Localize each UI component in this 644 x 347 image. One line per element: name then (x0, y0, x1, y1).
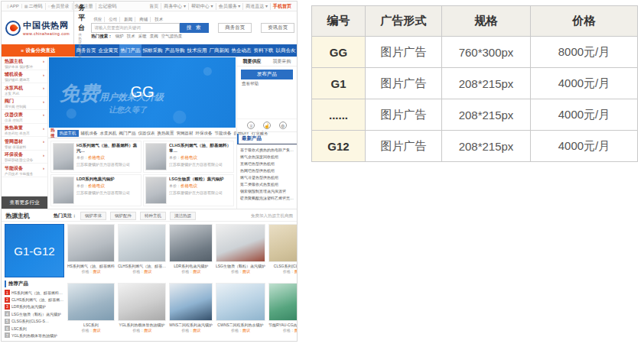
sidebar-category-environmental[interactable]: 环保设备› 脱硫脱硝 除尘设备 (2, 151, 47, 164)
site-logo[interactable]: 中国供热网 www.chinaheating.com (5, 20, 70, 36)
company-name[interactable]: 江苏双菱锅炉压力容器有限公司 (76, 162, 139, 167)
topbar-link-mobile[interactable]: 手机首页 (271, 3, 294, 10)
product-card[interactable]: WNS二回程系列蒸汽锅炉 价格：面议 (169, 283, 213, 339)
sidebar-category-energy-saving[interactable]: 节能设备› 产品技术 节能服务 (2, 164, 47, 177)
topbar-link-qr[interactable]: ▦二维码 (22, 3, 46, 10)
product-name[interactable]: YGL系列热载体导热油锅炉 (118, 323, 166, 327)
sidebar-category-auxiliary[interactable]: 辅机设备› 锅炉辅机 燃烧器 (2, 70, 47, 84)
product-card[interactable]: CWNS二回程系列热水锅炉 价格：面议 (216, 283, 265, 339)
product-name[interactable]: LDR系列电蒸汽锅炉 (76, 177, 139, 182)
sidebar-category-pipes[interactable]: 管网器材› 管材 保温材料 (2, 137, 47, 151)
nav-item-company-trends[interactable]: 热企动态 (230, 44, 252, 57)
product-tab-pipes[interactable]: 管网器材 (177, 131, 194, 136)
product-card[interactable]: CLHS系列燃气（油、醇基燃料）常… 单价：价格电议 江苏双菱锅炉压力容器有限公… (143, 141, 234, 173)
recommended-item[interactable]: 4LSG生物质（颗粒）蒸汽锅炉 (5, 310, 64, 317)
product-tab-heat-source[interactable]: 热源主机 (57, 130, 79, 137)
product-name[interactable]: CLSG系列(CLSG-S… (268, 264, 298, 268)
search-tab-shop[interactable]: 商铺 (137, 17, 151, 22)
product-card[interactable]: LSG生物质（颗粒）蒸汽锅炉 单价：价格电议 江苏双菱锅炉压力容器有限公司 (143, 174, 234, 206)
recommended-item[interactable]: 6LSC系列 (5, 325, 64, 332)
product-name[interactable]: LSC系列 (67, 323, 115, 327)
company-name[interactable]: 江苏双菱锅炉压力容器有限公司 (169, 190, 232, 195)
sidebar-category-heat-source[interactable]: 热源主机› 锅炉本体 锅炉配件 (2, 57, 47, 70)
product-name[interactable]: LSG生物质（颗粒）蒸汽锅炉 (169, 177, 232, 182)
hot-keyword[interactable]: 采暖 (138, 34, 147, 39)
product-card[interactable]: LDR系列电蒸汽锅炉 价格：面议 (169, 224, 213, 280)
product-name[interactable]: CWNS二回程系列热水锅炉 (216, 323, 265, 327)
product-name[interactable]: 节能RYAU-CG高效燃烧锅炉 (268, 323, 298, 327)
focus-button-boiler-body[interactable]: 锅炉本体 (80, 212, 106, 220)
topbar-link-login[interactable]: ○会员登录 (46, 3, 73, 10)
topbar-link-biz-express[interactable]: 商道直达 ▾ (243, 3, 271, 10)
recommended-item[interactable]: 5CLSG系列(CLSG-S… (5, 318, 64, 325)
hot-keyword[interactable]: 锅炉 (115, 34, 124, 39)
tab-i-want-to-supply[interactable]: 我要供应 (237, 57, 267, 66)
recommended-item[interactable]: 3LDR系列电蒸汽锅炉 (5, 303, 64, 310)
nav-item-tenders[interactable]: 招标采购 (141, 44, 164, 57)
latest-product-link[interactable]: 热网增热型供热机组 (237, 167, 297, 174)
product-tab-pumps[interactable]: 水泵风机 (100, 131, 117, 136)
latest-product-link[interactable]: 燃气余热深度回收机组 (237, 153, 297, 160)
product-tab-auxiliary[interactable]: 辅机设备 (81, 131, 98, 136)
search-tab-company[interactable]: 公司 (106, 17, 120, 22)
join-circle-link[interactable]: 免费加入热源主机商圈 (251, 213, 293, 219)
product-card[interactable]: CLHS系列燃气（油、醇基… 价格：面议 (118, 224, 166, 280)
thumb-up-icon[interactable]: ☝ (263, 122, 271, 129)
product-card[interactable]: HS系列燃气（油、醇基燃料）蒸汽… 单价：价格电议 江苏双菱锅炉压力容器有限公司 (50, 141, 141, 173)
medal-icon[interactable]: ♕ (247, 122, 255, 129)
product-tab-instruments[interactable]: 仪器仪表 (138, 131, 155, 136)
latest-product-link[interactable]: 第二类吸收式热泵机组 (237, 180, 297, 187)
product-card[interactable]: YGL系列热载体导热油锅炉 价格：面议 (118, 283, 166, 339)
more-industries-button[interactable]: 查看更多行业 (2, 196, 47, 209)
product-name[interactable]: HS系列燃气（油、醇基燃料）蒸汽… (76, 143, 139, 154)
sidebar-category-heat-exchange[interactable]: 换热装置› 换热机组 换热器 (2, 124, 47, 138)
focus-button-special-units[interactable]: 特种主机 (140, 212, 166, 220)
hot-keyword[interactable]: 泵阀 (150, 34, 158, 39)
nav-item-downloads[interactable]: 资料下载 (252, 44, 275, 57)
nav-item-business-home[interactable]: 商务首页 (75, 44, 97, 57)
search-tab-news[interactable]: 新闻 (122, 17, 135, 22)
topbar-link-app[interactable]: ▯APP (5, 4, 22, 8)
topbar-link-forgot-password[interactable]: 忘记密码 (96, 3, 119, 10)
product-name[interactable]: LDR系列电蒸汽锅炉 (169, 264, 213, 268)
product-tab-exchange[interactable]: 换热装置 (158, 131, 174, 136)
main-banner-ad-slot-gg[interactable]: 免费用户效果大升级 让您久等了 GG (49, 57, 236, 128)
product-name[interactable]: LSG生物质（颗粒）蒸汽锅炉 (216, 264, 265, 268)
topbar-link-member-service[interactable]: 会员服务 ▾ (216, 3, 244, 10)
publish-product-button[interactable]: 发布产品 (241, 70, 293, 79)
nav-item-vendor-news[interactable]: 厂商新闻 (208, 44, 230, 57)
search-tab-supply[interactable]: 供应 (91, 17, 105, 22)
product-card[interactable]: HS系列燃气（油、醇基燃料 价格：面议 (67, 224, 115, 280)
company-name[interactable]: 江苏双菱锅炉压力容器有限公司 (76, 190, 139, 195)
sidebar-category-instruments[interactable]: 仪器仪表› 仪表 控制器 (2, 110, 47, 124)
product-name[interactable]: HS系列燃气（油、醇基燃料 (67, 264, 115, 268)
side-ad-slot-g1-g12[interactable]: G1-G12 (5, 224, 64, 277)
product-tab-environmental[interactable]: 环保设备 (196, 131, 213, 136)
search-button[interactable]: 搜 索 (180, 23, 209, 33)
product-card[interactable]: CLSG系列(CLSG-S… 价格：面议 (268, 224, 298, 280)
latest-product-link[interactable]: 直燃增热型供热机组 (237, 160, 297, 167)
latest-product-link[interactable]: 燃气冷凝热型供热机组 (237, 174, 297, 180)
recommended-item[interactable]: 7YGL系列热载体导热油锅炉 (5, 332, 64, 339)
nav-item-networking[interactable]: 以商会友 (275, 44, 297, 57)
hot-keyword[interactable]: 技术 (127, 34, 135, 39)
category-direct-button[interactable]: ≡ 设备分类直达 (2, 44, 75, 57)
recommended-item[interactable]: 2CLHS系列燃气（油、醇基燃… (5, 296, 64, 303)
help-link[interactable]: 查看帮助 (237, 81, 297, 86)
recommended-item[interactable]: 1HS系列燃气（油、醇基燃料… (5, 289, 64, 296)
sidebar-category-valves[interactable]: 阀门› 调节阀 控制阀 (2, 97, 47, 111)
sidebar-category-pumps-fans[interactable]: 水泵风机› 水泵 风机 (2, 83, 47, 97)
latest-product-link[interactable]: 硬质聚氨酯泡沫塑料乙烯管壳… (237, 194, 297, 201)
search-tab-tech[interactable]: 技术 (152, 17, 165, 22)
nav-item-yellow-pages[interactable]: 企业黄页 (97, 44, 119, 57)
product-card[interactable]: LDR系列电蒸汽锅炉 单价：价格电议 江苏双菱锅炉压力容器有限公司 (50, 174, 141, 206)
product-name[interactable]: WNS二回程系列蒸汽锅炉 (169, 323, 213, 327)
product-card[interactable]: 节能RYAU-CG高效燃烧锅炉 价格：面议 (268, 283, 298, 339)
focus-button-boiler-parts[interactable]: 锅炉配件 (110, 212, 136, 220)
topbar-link-help-center[interactable]: 帮助中心 ▾ (189, 3, 216, 10)
product-card[interactable]: LSG生物质（颗粒）蒸汽锅炉 价格：面议 (216, 224, 265, 280)
search-input[interactable] (91, 23, 180, 33)
product-card[interactable]: LSC系列 价格：面议 (67, 283, 115, 339)
gear-icon[interactable]: ⚙ (279, 122, 287, 129)
company-name[interactable]: 江苏双菱锅炉压力容器有限公司 (169, 162, 232, 167)
